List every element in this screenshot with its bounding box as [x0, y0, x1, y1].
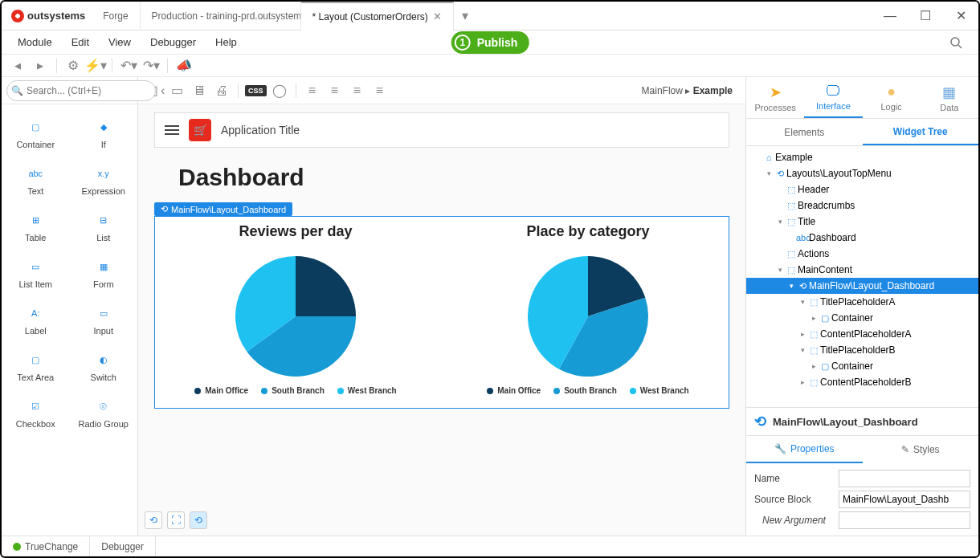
search-icon[interactable] [949, 36, 970, 49]
css-button[interactable]: CSS [245, 85, 267, 96]
tab-production[interactable]: Production - training-prd.outsystem... [141, 2, 301, 31]
chart-card: Reviews per day Main OfficeSouth BranchW… [161, 223, 430, 401]
tool-input[interactable]: ▭Input [70, 297, 138, 344]
window-controls: — ☐ ✕ [872, 2, 978, 31]
prop-arg-label: New Argument [754, 515, 839, 526]
tab-forge[interactable]: Forge [92, 2, 140, 31]
block-icon: ⟲ [754, 413, 766, 430]
tool-radio-group[interactable]: ⦾Radio Group [70, 390, 138, 437]
tab-processes[interactable]: ➤Processes [746, 77, 804, 118]
menu-view[interactable]: View [100, 33, 139, 51]
outsystems-icon [11, 10, 24, 22]
tool-text-area[interactable]: ▢Text Area [2, 344, 70, 390]
tab-layout[interactable]: * Layout (CustomerOrders) ✕ [301, 2, 454, 31]
tool-icon: ◆ [93, 119, 114, 135]
tool-icon: ▢ [25, 352, 46, 368]
svg-point-0 [951, 38, 959, 46]
align-center-icon[interactable]: ≡ [325, 81, 345, 100]
tab-interface[interactable]: 🖵Interface [804, 77, 862, 118]
tool-list[interactable]: ⊟List [70, 204, 138, 250]
power-button[interactable]: ⚡▾ [86, 57, 105, 75]
tool-table[interactable]: ⊞Table [2, 204, 70, 250]
subtab-elements[interactable]: Elements [746, 119, 863, 145]
tool-label[interactable]: A:Label [2, 297, 70, 344]
menu-debugger[interactable]: Debugger [142, 33, 204, 51]
undo-button[interactable]: ↶▾ [119, 57, 138, 75]
settings-button[interactable]: ⚙ [63, 57, 83, 75]
tree-node[interactable]: ⌂Example [746, 149, 978, 165]
status-ok-icon [13, 543, 21, 551]
prop-name-input[interactable] [839, 470, 970, 487]
announce-button[interactable]: 📣 [174, 57, 194, 75]
tool-icon: ▭ [25, 259, 46, 275]
hamburger-icon[interactable] [165, 125, 179, 135]
status-debugger[interactable]: Debugger [90, 536, 156, 557]
menu-edit[interactable]: Edit [63, 33, 97, 51]
tool-text[interactable]: abcText [2, 157, 70, 204]
tree-node[interactable]: ▸▢Container [746, 358, 978, 374]
theme-button[interactable]: ◯ [270, 81, 289, 100]
tree-node[interactable]: ⬚Header [746, 181, 978, 198]
tree-node[interactable]: ▾⬚Title [746, 214, 978, 230]
nav-forward-button[interactable]: ▸ [31, 57, 50, 75]
tool-switch[interactable]: ◐Switch [70, 344, 138, 390]
minimize-button[interactable]: — [872, 2, 908, 31]
status-truechange[interactable]: TrueChange [2, 536, 90, 557]
dashboard-block[interactable]: Reviews per day Main OfficeSouth BranchW… [154, 216, 729, 409]
toolbox-search-input[interactable] [6, 80, 156, 101]
nav-back-button[interactable]: ◂ [8, 57, 27, 75]
tool-icon: ☑ [25, 398, 46, 414]
menu-module[interactable]: Module [10, 33, 60, 51]
tool-icon: ▦ [93, 259, 114, 275]
align-right-icon[interactable]: ≡ [348, 81, 367, 100]
subtab-widget-tree[interactable]: Widget Tree [863, 119, 979, 145]
tree-node[interactable]: ⬚Actions [746, 246, 978, 262]
close-icon[interactable]: ✕ [433, 10, 442, 22]
tree-node[interactable]: ▸▢Container [746, 310, 978, 326]
device-desktop-icon[interactable]: 🖥 [190, 81, 209, 100]
align-justify-icon[interactable]: ≡ [370, 81, 390, 100]
tool-checkbox[interactable]: ☑Checkbox [2, 390, 70, 437]
prop-source-input[interactable] [839, 491, 970, 508]
close-button[interactable]: ✕ [943, 2, 978, 31]
publish-button[interactable]: 1 Publish [451, 31, 529, 54]
widget-mode-2[interactable]: ⛶ [167, 511, 185, 529]
proptab-properties[interactable]: 🔧 Properties [746, 436, 863, 463]
device-tablet-icon[interactable]: ▭ [167, 81, 186, 100]
tree-node[interactable]: ⬚Breadcrumbs [746, 198, 978, 214]
tree-node[interactable]: ▾⬚MainContent [746, 262, 978, 278]
tree-node[interactable]: ▾⟲Layouts\LayoutTopMenu [746, 165, 978, 181]
status-bar: TrueChange Debugger [2, 536, 978, 556]
title-bar: outsystems Forge Production - training-p… [2, 2, 978, 31]
chart-legend: Main OfficeSouth BranchWest Branch [487, 386, 688, 395]
chart-legend: Main OfficeSouth BranchWest Branch [194, 386, 396, 395]
tool-expression[interactable]: x.yExpression [70, 157, 138, 204]
tab-data[interactable]: ▦Data [921, 77, 978, 118]
proptab-styles[interactable]: ✎ Styles [863, 436, 979, 463]
widget-mode-1[interactable]: ⟲ [145, 511, 162, 529]
menu-help[interactable]: Help [207, 33, 245, 51]
publish-count: 1 [455, 35, 471, 51]
tree-node[interactable]: ▾⬚TitlePlaceholderB [746, 342, 978, 358]
tree-node[interactable]: ▾⬚TitlePlaceholderA [746, 294, 978, 310]
search-icon: 🔍 [11, 85, 23, 96]
tree-node[interactable]: abcDashboard [746, 230, 978, 246]
tree-node[interactable]: ▸⬚ContentPlaceholderB [746, 374, 978, 390]
widget-mode-3[interactable]: ⟲ [190, 511, 207, 529]
new-tab-button[interactable]: ▾ [454, 8, 476, 23]
tree-node[interactable]: ▾⟲MainFlow\Layout_Dashboard [746, 278, 978, 294]
chart-card: Place by category Main OfficeSouth Branc… [454, 223, 722, 401]
tab-logic[interactable]: ●Logic [863, 77, 921, 118]
redo-button[interactable]: ↷▾ [141, 57, 161, 75]
tool-form[interactable]: ▦Form [70, 250, 138, 297]
align-left-icon[interactable]: ≡ [303, 81, 322, 100]
tool-if[interactable]: ◆If [70, 111, 138, 157]
tool-list-item[interactable]: ▭List Item [2, 250, 70, 297]
block-label[interactable]: ⟲ MainFlow\Layout_Dashboard [154, 202, 292, 216]
tree-node[interactable]: ▸⬚ContentPlaceholderA [746, 326, 978, 342]
prop-arg-input[interactable] [839, 511, 970, 529]
properties-header: ⟲ MainFlow\Layout_Dashboard [746, 407, 978, 436]
tool-container[interactable]: ▢Container [2, 111, 70, 157]
maximize-button[interactable]: ☐ [908, 2, 943, 31]
device-print-icon[interactable]: 🖨 [212, 81, 231, 100]
